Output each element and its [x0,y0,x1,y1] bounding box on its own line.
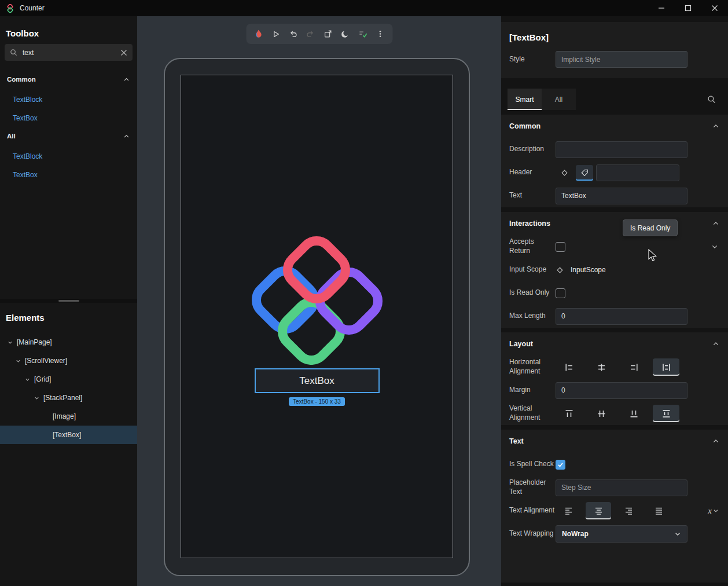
chevron-up-icon[interactable] [123,76,130,83]
tree-item-label: [StackPanel] [43,394,82,402]
property-row-margin: Margin [509,379,720,402]
property-row-input-scope: Input Scope InputScope [509,258,720,281]
chevron-up-icon[interactable] [712,437,720,445]
tree-item-grid[interactable]: [Grid] [0,370,137,389]
chevron-up-icon[interactable] [712,340,720,348]
halign-right-button[interactable] [620,358,647,376]
zoom-to-fit-button[interactable] [321,27,334,41]
accepts-return-checkbox[interactable] [556,242,565,252]
tree-item-image[interactable]: [Image] [0,407,137,426]
window-title: Counter [20,4,45,12]
tree-item-stackpanel[interactable]: [StackPanel] [0,389,137,407]
align-right-icon [629,362,639,372]
section-interactions-header[interactable]: Interactions [509,212,720,235]
maximize-button[interactable] [675,0,701,16]
text-input[interactable] [556,188,687,204]
tree-item-label: [TextBox] [53,431,81,439]
chevron-down-icon[interactable] [32,395,41,401]
chevron-up-icon[interactable] [712,122,720,130]
property-label: Max Length [509,312,556,321]
description-input[interactable] [556,141,687,158]
selected-control-wrapper: TextBox TextBox - 150 x 33 [255,368,380,406]
app-image-logo[interactable] [251,232,384,365]
toolbox-search[interactable] [5,44,133,61]
redo-button[interactable] [304,27,317,41]
search-icon [10,49,17,56]
valign-bottom-button[interactable] [620,405,647,422]
undo-button[interactable] [286,27,300,41]
section-common-header[interactable]: Common [509,115,720,138]
diamond-marker-icon[interactable] [556,266,564,274]
section-text: Text Is Spell Check Placeholder Text Tex… [501,430,728,583]
property-row-vertical-alignment: Vertical Alignment [509,402,720,425]
binding-marker-button[interactable] [556,165,573,181]
text-align-left-button[interactable] [556,502,581,519]
valign-center-button[interactable] [588,405,615,422]
toolbox-item-textbox[interactable]: TextBox [13,171,38,180]
textbox-control[interactable]: TextBox [255,368,380,393]
play-icon [271,30,281,39]
property-row-horizontal-alignment: Horizontal Alignment [509,356,720,379]
section-common: Common Description Header Text [501,115,728,207]
max-length-input[interactable] [556,308,687,325]
validation-button[interactable] [356,27,369,41]
tree-item-mainpage[interactable]: [MainPage] [0,333,137,351]
property-label: Placeholder Text [509,478,556,496]
property-row-text: Text [509,184,720,207]
halign-stretch-button[interactable] [653,358,679,376]
app-logo-icon [6,4,14,13]
play-button[interactable] [269,27,282,41]
halign-center-button[interactable] [588,358,615,376]
align-center-icon [597,362,606,372]
theme-toggle-button[interactable] [339,27,352,41]
toolbox-item-textblock[interactable]: TextBlock [13,152,42,161]
valign-top-button[interactable] [556,405,582,422]
input-scope-value[interactable]: InputScope [571,266,606,274]
minimize-button[interactable] [648,0,675,16]
toolbox-section-all[interactable]: All [7,129,130,143]
text-wrapping-dropdown[interactable]: NoWrap [556,525,687,543]
tag-mode-button[interactable] [576,165,593,181]
is-read-only-checkbox[interactable] [556,288,565,298]
halign-left-button[interactable] [556,358,582,376]
section-text-header[interactable]: Text [509,430,720,453]
splitter-handle[interactable] [58,300,79,302]
style-input[interactable] [556,51,687,68]
header-input[interactable] [596,164,679,181]
chevron-down-icon[interactable] [23,376,31,383]
more-options-button[interactable] [373,27,387,41]
tree-item-textbox[interactable]: [TextBox] [0,426,137,444]
clear-search-icon[interactable] [120,49,127,56]
toolbox-section-common[interactable]: Common [7,72,130,86]
property-label: Accepts Return [509,237,556,255]
tag-icon [580,169,589,177]
close-button[interactable] [701,0,728,16]
toolbox-search-input[interactable] [23,49,115,57]
tab-smart[interactable]: Smart [508,89,542,110]
hot-reload-button[interactable] [252,27,265,41]
device-screen[interactable]: TextBox TextBox - 150 x 33 [181,75,453,558]
section-layout-header[interactable]: Layout [509,332,720,356]
text-align-justify-button[interactable] [646,502,671,519]
design-canvas[interactable]: TextBox TextBox - 150 x 33 [137,16,501,586]
property-row-description: Description [509,138,720,161]
panel-splitter[interactable] [0,299,137,303]
chevron-down-icon[interactable] [14,358,22,364]
properties-search-button[interactable] [703,89,720,110]
toolbox-item-textbox[interactable]: TextBox [13,114,38,123]
tree-item-scrollviewer[interactable]: [ScrollViewer] [0,351,137,370]
chevron-down-icon[interactable] [711,243,719,251]
chevron-up-icon[interactable] [712,219,720,228]
xbind-dropdown[interactable]: x [708,506,720,516]
selection-size-badge: TextBox - 150 x 33 [289,397,345,406]
text-align-center-button[interactable] [586,502,611,519]
chevron-down-icon[interactable] [6,339,14,346]
margin-input[interactable] [556,382,687,399]
placeholder-text-input[interactable] [556,479,687,496]
chevron-up-icon[interactable] [123,133,130,140]
tab-all[interactable]: All [542,89,576,110]
is-spell-check-checkbox[interactable] [556,460,565,470]
valign-stretch-button[interactable] [653,405,679,422]
text-align-right-button[interactable] [616,502,641,519]
toolbox-item-textblock[interactable]: TextBlock [13,96,42,104]
